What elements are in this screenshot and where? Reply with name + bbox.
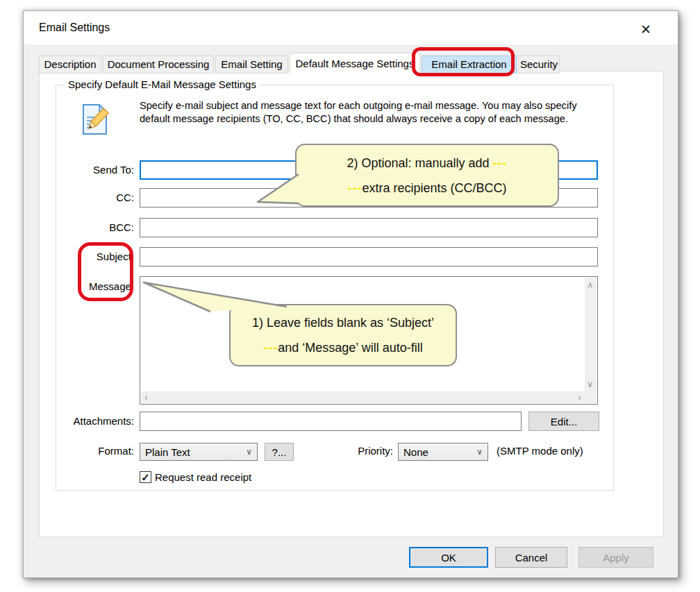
- window-title: Email Settings: [39, 22, 110, 34]
- scroll-left-icon[interactable]: ‹: [144, 392, 148, 401]
- attachments-label: Attachments:: [56, 415, 134, 427]
- edit-attachments-button[interactable]: Edit...: [528, 412, 599, 431]
- bcc-label: BCC:: [56, 221, 134, 233]
- subject-label: Subject:: [56, 251, 134, 262]
- title-bar: Email Settings ✕: [24, 11, 678, 44]
- callout-2-line-2: ---extra recipients (CC/BCC): [347, 176, 506, 201]
- bcc-input[interactable]: [140, 218, 598, 237]
- groupbox-title: Specify Default E-Mail Message Settings: [65, 78, 260, 90]
- priority-label: Priority:: [315, 445, 393, 457]
- format-label: Format:: [56, 445, 134, 457]
- callout-leave-blank: 1) Leave fields blank as ‘Subject’ ---an…: [229, 304, 457, 366]
- attachments-input[interactable]: [140, 412, 522, 431]
- message-horizontal-scrollbar[interactable]: ‹ ›: [141, 391, 585, 403]
- callout-1-line-1: 1) Leave fields blank as ‘Subject’: [252, 310, 434, 335]
- scroll-right-icon[interactable]: ›: [578, 392, 581, 401]
- send-to-label: Send To:: [56, 164, 134, 176]
- apply-button[interactable]: Apply: [578, 547, 653, 568]
- subject-input[interactable]: [140, 247, 598, 267]
- tab-document-processing[interactable]: Document Processing: [103, 56, 214, 74]
- read-receipt-row: ✓ Request read receipt: [140, 471, 251, 483]
- format-help-button[interactable]: ?...: [265, 443, 294, 461]
- yellow-dashes: ---: [347, 181, 362, 195]
- message-vertical-scrollbar[interactable]: ∧ ∨: [585, 278, 597, 391]
- document-pencil-icon: [77, 102, 112, 137]
- cc-label: CC:: [56, 192, 134, 203]
- tab-strip: Description Document Processing Email Se…: [39, 53, 561, 74]
- callout-2-line-1: 2) Optional: manually add ---: [347, 151, 507, 176]
- read-receipt-checkbox[interactable]: ✓: [140, 471, 151, 483]
- format-select[interactable]: Plain Text ∨: [140, 443, 258, 461]
- yellow-dashes: ---: [263, 341, 278, 355]
- tab-email-setting[interactable]: Email Setting: [215, 56, 288, 74]
- checkmark-icon: ✓: [141, 471, 150, 484]
- tab-default-message-settings[interactable]: Default Message Settings: [290, 53, 420, 74]
- chevron-down-icon: ∨: [476, 447, 483, 457]
- email-settings-dialog: Email Settings ✕ Description Document Pr…: [23, 10, 678, 578]
- read-receipt-label: Request read receipt: [155, 471, 251, 483]
- chevron-down-icon: ∨: [246, 447, 252, 457]
- callout-1-line-2: ---and ‘Message’ will auto-fill: [263, 335, 422, 360]
- yellow-dashes: ---: [493, 156, 508, 170]
- tab-description[interactable]: Description: [39, 56, 101, 74]
- format-value: Plain Text: [145, 446, 190, 458]
- priority-value: None: [403, 446, 428, 458]
- groupbox-description: Specify e-mail subject and message text …: [140, 99, 590, 126]
- message-label: Message:: [56, 280, 134, 292]
- scroll-up-icon[interactable]: ∧: [587, 280, 594, 289]
- callout-add-recipients: 2) Optional: manually add --- ---extra r…: [295, 144, 559, 207]
- priority-select[interactable]: None ∨: [398, 443, 488, 461]
- close-icon[interactable]: ✕: [638, 21, 654, 37]
- cancel-button[interactable]: Cancel: [495, 547, 567, 568]
- scroll-down-icon[interactable]: ∨: [587, 380, 594, 389]
- tab-security[interactable]: Security: [518, 56, 560, 74]
- scrollbar-corner: [585, 391, 597, 403]
- tab-email-extraction[interactable]: Email Extraction: [422, 56, 517, 74]
- ok-button[interactable]: OK: [409, 547, 488, 568]
- smtp-mode-note: (SMTP mode only): [497, 445, 583, 457]
